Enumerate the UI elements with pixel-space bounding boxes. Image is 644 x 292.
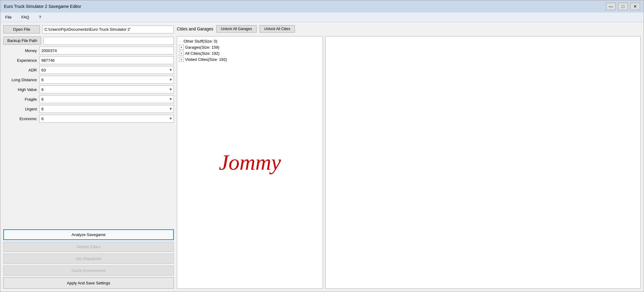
- main-window: Euro Truck Simulator 2 Savegame Editor —…: [0, 0, 644, 292]
- cities-content: ··· Other Stuff(Size: 0) + Garages(Size:…: [177, 36, 641, 289]
- window-controls: — □ ✕: [606, 3, 640, 10]
- high-value-label: High Value: [3, 87, 37, 92]
- tree-item-visited-cities[interactable]: + Visited Cities(Size: 192): [179, 56, 321, 62]
- fragile-row: Fragile 6 0 1 2 3 4 5 ▼: [3, 95, 174, 103]
- tree-item-other-stuff-label: Other Stuff(Size: 0): [184, 39, 217, 43]
- economic-row: Economic 6 0 1 2 3 4 5 ▼: [3, 115, 174, 123]
- unlock-all-garages-button[interactable]: Unlock All Garages: [216, 25, 257, 33]
- economic-select-wrapper: 6 0 1 2 3 4 5 ▼: [39, 115, 174, 123]
- apply-save-button[interactable]: Apply And Save Settings: [3, 277, 174, 289]
- high-value-select-wrapper: 6 0 1 2 3 4 5 ▼: [39, 85, 174, 93]
- backup-path-input[interactable]: [44, 37, 174, 45]
- analyze-savegame-button[interactable]: Analyze Savegame: [3, 229, 174, 240]
- long-distance-select[interactable]: 6 0 1 2 3 4 5: [39, 76, 174, 84]
- tree-panel[interactable]: ··· Other Stuff(Size: 0) + Garages(Size:…: [177, 36, 323, 289]
- menu-faq[interactable]: FAQ: [19, 14, 32, 21]
- high-value-select[interactable]: 6 0 1 2 3 4 5: [39, 85, 174, 93]
- title-bar: Euro Truck Simulator 2 Savegame Editor —…: [0, 0, 644, 12]
- economic-select[interactable]: 6 0 1 2 3 4 5: [39, 115, 174, 123]
- adr-label: ADR: [3, 68, 37, 72]
- game-environment-button: Game Environment: [3, 266, 174, 276]
- high-value-row: High Value 6 0 1 2 3 4 5 ▼: [3, 85, 174, 93]
- money-input[interactable]: [39, 47, 174, 54]
- money-label: Money: [3, 48, 37, 53]
- urgent-row: Urgent 6 0 1 2 3 4 5 ▼: [3, 105, 174, 113]
- expand-garages-icon[interactable]: +: [179, 45, 184, 50]
- fragile-label: Fragile: [3, 97, 37, 102]
- vehicle-editor-button: Vehicle Editor: [3, 242, 174, 252]
- tree-item-garages-label: Garages(Size: 159): [185, 45, 219, 50]
- open-file-button[interactable]: Open File: [3, 25, 40, 33]
- urgent-label: Urgent: [3, 107, 37, 111]
- long-distance-label: Long Distance: [3, 78, 37, 82]
- window-title: Euro Truck Simulator 2 Savegame Editor: [4, 4, 81, 9]
- adr-select[interactable]: 63 0 1 2 3 6 7: [39, 66, 174, 74]
- tree-item-visited-cities-label: Visited Cities(Size: 192): [185, 57, 227, 62]
- unlock-all-cities-button[interactable]: Unlock All Cities: [260, 25, 295, 33]
- experience-label: Experience: [3, 58, 37, 63]
- fragile-select[interactable]: 6 0 1 2 3 4 5: [39, 95, 174, 103]
- job-dispatcher-button: Job Dispatcher: [3, 254, 174, 264]
- fragile-select-wrapper: 6 0 1 2 3 4 5 ▼: [39, 95, 174, 103]
- detail-panel: [325, 36, 641, 289]
- menu-file[interactable]: File: [3, 14, 14, 21]
- long-distance-row: Long Distance 6 0 1 2 3 4 5 ▼: [3, 76, 174, 84]
- adr-row: ADR 63 0 1 2 3 6 7 ▼: [3, 66, 174, 74]
- experience-row: Experience: [3, 56, 174, 64]
- maximize-button[interactable]: □: [618, 3, 628, 10]
- tree-dots-icon: ···: [179, 40, 182, 43]
- urgent-select-wrapper: 6 0 1 2 3 4 5 ▼: [39, 105, 174, 113]
- backup-file-row: Backup File Path: [3, 36, 174, 45]
- tree-item-other-stuff[interactable]: ··· Other Stuff(Size: 0): [179, 38, 321, 44]
- long-distance-select-wrapper: 6 0 1 2 3 4 5 ▼: [39, 76, 174, 84]
- experience-input[interactable]: [39, 56, 174, 64]
- expand-all-cities-icon[interactable]: +: [179, 51, 184, 56]
- close-button[interactable]: ✕: [630, 3, 640, 10]
- cities-garages-label: Cities and Garages: [177, 26, 213, 31]
- expand-visited-cities-icon[interactable]: +: [179, 57, 184, 62]
- menu-help[interactable]: ?: [37, 14, 44, 21]
- right-panel: Cities and Garages Unlock All Garages Un…: [177, 25, 641, 289]
- minimize-button[interactable]: —: [606, 3, 616, 10]
- urgent-select[interactable]: 6 0 1 2 3 4 5: [39, 105, 174, 113]
- tree-item-all-cities[interactable]: + All Cities(Size: 192): [179, 50, 321, 56]
- file-path-input[interactable]: [42, 26, 174, 33]
- jommy-watermark: Jommy: [219, 150, 281, 175]
- left-panel: Open File Backup File Path Money Experie…: [3, 25, 174, 289]
- main-content: Open File Backup File Path Money Experie…: [0, 22, 644, 292]
- menu-bar: File FAQ ?: [0, 12, 644, 22]
- money-row: Money: [3, 47, 174, 54]
- economic-label: Economic: [3, 116, 37, 121]
- open-file-row: Open File: [3, 25, 174, 33]
- tree-item-garages[interactable]: + Garages(Size: 159): [179, 44, 321, 50]
- cities-header: Cities and Garages Unlock All Garages Un…: [177, 25, 641, 33]
- tree-item-all-cities-label: All Cities(Size: 192): [185, 51, 219, 56]
- backup-file-button[interactable]: Backup File Path: [3, 36, 41, 45]
- adr-select-wrapper: 63 0 1 2 3 6 7 ▼: [39, 66, 174, 74]
